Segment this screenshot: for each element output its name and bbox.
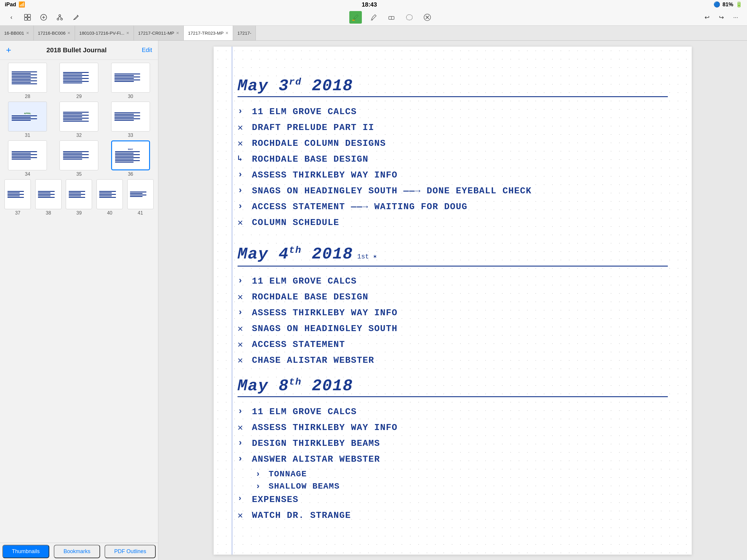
document-area: May 3rd 2018 › 11 Elm Grove Calcs ✕ Draf…	[158, 41, 747, 560]
item-bullet: ✕	[237, 510, 252, 521]
thumbnail-32[interactable]	[59, 102, 98, 131]
thumbnail-31[interactable]: APRIL	[8, 102, 47, 131]
date-heading-may8: May 8th 2018	[237, 377, 668, 397]
tab-16-bb001[interactable]: 16-BB001 ✕	[0, 26, 34, 40]
item-bullet: ›	[237, 185, 252, 196]
item-text: Assess Thirkleby Way Info	[252, 422, 668, 434]
sub-bullet: ›	[256, 469, 268, 479]
journal-item: ✕ Snags on Headingley South	[237, 323, 668, 335]
thumbnail-cell-35: 35	[54, 141, 103, 177]
close-markup-button[interactable]	[421, 11, 434, 24]
item-bullet: ›	[237, 494, 252, 503]
thumbnail-30[interactable]	[111, 63, 150, 93]
undo-button[interactable]: ↩	[702, 12, 712, 23]
sidebar-add-button[interactable]: +	[6, 45, 11, 55]
sidebar-edit-button[interactable]: Edit	[142, 47, 152, 53]
journal-item: › Snags on Headingley South ——→ Done Eye…	[237, 185, 668, 197]
sub-item-text: Tonnage	[268, 469, 307, 479]
thumbnails-tab[interactable]: Thumbnails	[2, 545, 49, 558]
tab-17217-partial[interactable]: 17217-	[233, 26, 256, 40]
thumbnail-row: APRIL 31	[3, 102, 155, 138]
redo-button[interactable]: ↪	[716, 12, 727, 23]
lasso-tool-button[interactable]	[403, 11, 416, 24]
edit-mode-button[interactable]	[71, 12, 81, 23]
thumbnail-num-38: 38	[46, 210, 51, 216]
tab-17217-tr023[interactable]: 17217-TR023-MP ✕	[184, 26, 233, 40]
journal-item: ✕ Rochdale Column Designs	[237, 138, 668, 149]
tab-180103[interactable]: 180103-17216-PV-Fi... ✕	[75, 26, 134, 40]
thumbnail-cell-31: APRIL 31	[3, 102, 52, 138]
tab-close-icon[interactable]: ✕	[67, 31, 71, 35]
pen-tool-button[interactable]	[349, 11, 362, 24]
thumbnail-37[interactable]	[4, 179, 31, 209]
tab-close-icon[interactable]: ✕	[225, 31, 229, 35]
svg-rect-1	[28, 14, 30, 17]
thumbnail-row: 37 38	[3, 179, 155, 216]
add-tab-button[interactable]	[38, 12, 49, 23]
thumbnail-34[interactable]	[8, 141, 47, 170]
thumbnail-cell-30: 30	[106, 63, 155, 99]
tab-17216-bc006[interactable]: 17216-BC006 ✕	[34, 26, 75, 40]
tab-close-icon[interactable]: ✕	[126, 31, 129, 35]
pdf-outlines-tab[interactable]: PDF Outlines	[105, 545, 156, 558]
item-text: Rochdale Base Design	[252, 154, 668, 165]
tab-close-icon[interactable]: ✕	[26, 31, 29, 35]
thumbnail-38[interactable]	[35, 179, 61, 209]
thumbnail-36[interactable]: MAY	[111, 141, 150, 170]
grid-view-button[interactable]	[22, 12, 33, 23]
journal-item: ✕ Draft Prelude Part II	[237, 122, 668, 133]
tab-17217-cr011[interactable]: 17217-CR011-MP ✕	[134, 26, 184, 40]
thumbnail-41[interactable]	[127, 179, 154, 209]
item-bullet: ✕	[237, 422, 252, 433]
thumbnail-40[interactable]	[97, 179, 123, 209]
back-button[interactable]: ‹	[6, 12, 17, 23]
main-content: + 2018 Bullet Journal Edit	[0, 41, 747, 560]
thumbnail-num-33: 33	[128, 133, 133, 138]
thumbnail-cell-37: 37	[3, 179, 32, 216]
thumbnail-num-32: 32	[77, 133, 82, 138]
journal-item: › 11 Elm Grove Calcs	[237, 406, 668, 418]
highlight-tool-button[interactable]	[367, 11, 380, 24]
thumbnail-33[interactable]	[111, 102, 150, 131]
thumbnail-cell-36: MAY 36	[106, 141, 155, 177]
thumbnail-num-37: 37	[15, 210, 20, 216]
item-text: 11 Elm Grove Calcs	[252, 276, 668, 287]
tabs-bar: 16-BB001 ✕ 17216-BC006 ✕ 180103-17216-PV…	[0, 26, 747, 41]
sidebar: + 2018 Bullet Journal Edit	[0, 41, 158, 560]
document-page: May 3rd 2018 › 11 Elm Grove Calcs ✕ Draf…	[214, 47, 692, 555]
thumbnail-cell-32: 32	[54, 102, 103, 138]
thumbnail-29[interactable]	[59, 63, 98, 93]
journal-item: › 11 Elm Grove Calcs	[237, 276, 668, 287]
more-button[interactable]: ···	[730, 12, 741, 23]
journal-item: › Assess Thirkleby Way Info	[237, 170, 668, 181]
journal-item: › Design Thirkleby Beams	[237, 438, 668, 450]
item-text: Snags on Headingley South ——→ Done Eyeba…	[252, 185, 668, 197]
thumbnail-cell-39: 39	[64, 179, 94, 216]
time-label: 18:43	[362, 1, 377, 8]
thumbnail-cell-28: 28	[3, 63, 52, 99]
svg-point-9	[59, 15, 61, 17]
thumbnail-35[interactable]	[59, 141, 98, 170]
battery-icon: 🔋	[736, 1, 742, 8]
item-bullet: ›	[237, 106, 252, 116]
thumbnail-28[interactable]	[8, 63, 47, 93]
bookmarks-tab[interactable]: Bookmarks	[54, 545, 100, 558]
svg-rect-0	[25, 14, 27, 17]
thumbnail-39[interactable]	[66, 179, 92, 209]
tab-close-icon[interactable]: ✕	[176, 31, 179, 35]
thumbnail-num-31: 31	[25, 133, 30, 138]
svg-rect-2	[25, 18, 27, 20]
item-bullet: ✕	[237, 217, 252, 228]
thumbnail-row: 34 35	[3, 141, 155, 177]
item-bullet: ✕	[237, 138, 252, 149]
sub-item: › Tonnage	[256, 469, 668, 479]
branch-button[interactable]	[54, 12, 65, 23]
date-annotation: 1st ✶	[357, 253, 377, 260]
date-heading-may3: May 3rd 2018	[237, 76, 668, 97]
thumbnail-row: 28 2	[3, 63, 155, 99]
svg-rect-17	[371, 20, 372, 21]
item-text: Access Statement ——→ Waiting for Doug	[252, 201, 668, 213]
eraser-tool-button[interactable]	[385, 11, 398, 24]
item-bullet: ✕	[237, 355, 252, 366]
journal-item: ✕ Access Statement	[237, 339, 668, 351]
